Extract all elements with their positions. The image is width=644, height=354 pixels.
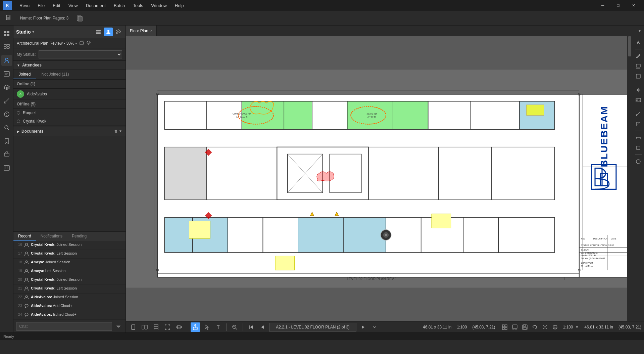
toolbar-file-icon[interactable]	[3, 13, 15, 23]
rt-measure2-button[interactable]	[634, 119, 643, 129]
act-text-19: Ameya: Left Session	[31, 269, 65, 273]
svg-rect-42	[80, 42, 83, 45]
my-status-label: My Status:	[17, 52, 36, 57]
scrollbar-thumb-vertical[interactable]	[628, 36, 631, 56]
rt-image-button[interactable]	[634, 95, 643, 105]
studio-title-text: Studio	[16, 29, 31, 35]
attendee-name-raquel: Raquel	[23, 110, 36, 115]
session-settings-icon[interactable]	[86, 40, 91, 46]
floor-plan-tab-close-button[interactable]: ×	[150, 29, 152, 33]
chat-filter-button[interactable]	[114, 322, 123, 331]
file-icon	[5, 15, 12, 21]
sidebar-grid-icon[interactable]	[1, 42, 12, 52]
rt-text-properties-button[interactable]: A	[634, 38, 643, 47]
svg-rect-10	[4, 34, 6, 36]
maximize-button[interactable]: □	[610, 0, 626, 11]
tab-expand-icon[interactable]: ▾	[635, 29, 644, 33]
studio-list-view-button[interactable]	[94, 28, 103, 36]
online-section-label: Online (1)	[13, 80, 126, 89]
right-toolbar: A	[632, 36, 644, 321]
svg-rect-11	[7, 34, 9, 36]
rt-shape-button[interactable]	[634, 72, 643, 81]
sidebar-studio-icon[interactable]	[1, 55, 12, 66]
documents-sort-icon[interactable]: ⇅	[114, 129, 117, 134]
sidebar-properties-icon[interactable]	[1, 109, 12, 120]
menu-file[interactable]: File	[34, 2, 48, 9]
menu-view[interactable]: View	[65, 2, 81, 9]
record-tab[interactable]: Record	[13, 232, 36, 241]
close-button[interactable]: ✕	[626, 0, 641, 11]
rt-pencil-button[interactable]	[634, 51, 643, 61]
zoom-out-button[interactable]	[230, 322, 239, 332]
sidebar-stamps-icon[interactable]	[1, 149, 12, 160]
svg-rect-174	[505, 327, 507, 329]
menu-window[interactable]: Window	[148, 2, 170, 9]
rt-crosshair-button[interactable]	[634, 85, 643, 95]
studio-session-view-button[interactable]	[104, 28, 113, 36]
act-icon-18	[24, 260, 29, 266]
rt-measure-button[interactable]	[634, 109, 643, 119]
language-button[interactable]	[550, 322, 560, 332]
rt-circle-button[interactable]	[634, 157, 643, 166]
doc-area: Floor Plan × ▾	[126, 26, 644, 333]
floor-plan-tab[interactable]: Floor Plan ×	[126, 26, 157, 36]
session-export-icon[interactable]	[80, 40, 84, 46]
select-tool-button[interactable]	[202, 322, 211, 332]
sidebar-measure-icon[interactable]	[1, 95, 12, 106]
grid-view-button[interactable]	[500, 322, 509, 332]
notifications-tab[interactable]: Notifications	[36, 232, 67, 241]
sidebar-bookmark-icon[interactable]	[1, 136, 12, 146]
prev-page-button[interactable]	[258, 322, 267, 332]
svg-text:1: 1	[563, 277, 565, 281]
settings-button[interactable]	[540, 322, 550, 332]
zoom-level-dropdown[interactable]: ▾	[575, 322, 580, 332]
menu-help[interactable]: Help	[171, 2, 187, 9]
documents-filter-icon[interactable]: ▼	[119, 129, 122, 134]
save-button[interactable]	[520, 322, 530, 332]
attendees-header[interactable]: ▼ Attendees	[13, 61, 126, 70]
floor-plan-vertical-scrollbar[interactable]	[627, 36, 632, 321]
first-page-button[interactable]	[246, 322, 256, 332]
svg-rect-8	[4, 31, 6, 33]
svg-rect-171	[502, 325, 504, 327]
sidebar-markup-icon[interactable]	[1, 69, 12, 79]
studio-dropdown-icon[interactable]: ▾	[32, 30, 34, 34]
sidebar-form-icon[interactable]	[1, 163, 12, 173]
revert-button[interactable]	[530, 322, 540, 332]
fit-width-button[interactable]	[174, 322, 184, 332]
rt-resize-button[interactable]	[634, 133, 643, 142]
menu-document[interactable]: Document	[83, 2, 109, 9]
rt-highlight-button[interactable]	[634, 61, 643, 71]
next-page-button[interactable]	[358, 322, 368, 332]
act-num-19: 19	[16, 269, 22, 273]
fit-page-button[interactable]	[163, 322, 172, 332]
rt-square-button[interactable]	[634, 143, 643, 152]
chat-input[interactable]	[16, 322, 112, 331]
svg-rect-67	[284, 101, 312, 130]
pending-tab[interactable]: Pending	[67, 232, 91, 241]
studio-pin-button[interactable]	[114, 28, 123, 36]
hand-tool-button[interactable]	[191, 322, 200, 332]
menu-revu[interactable]: Revu	[16, 2, 33, 9]
menu-edit[interactable]: Edit	[49, 2, 63, 9]
joined-tab[interactable]: Joined	[13, 70, 36, 79]
continuous-page-button[interactable]	[151, 322, 161, 332]
documents-header[interactable]: ▶ Documents ⇅ ▼	[13, 127, 126, 136]
svg-rect-40	[96, 33, 101, 34]
thumbnail-button[interactable]	[510, 322, 519, 332]
sidebar-layers-icon[interactable]	[1, 82, 12, 93]
minimize-button[interactable]: ─	[595, 0, 610, 11]
page-count-icon[interactable]	[74, 13, 86, 23]
sidebar-home-icon[interactable]	[1, 28, 12, 39]
text-select-button[interactable]: T	[213, 322, 223, 332]
file-info: Name: Floor Plan Pages: 3	[17, 14, 71, 22]
menu-tools[interactable]: Tools	[130, 2, 146, 9]
rt-separator-5	[635, 154, 642, 155]
my-status-select[interactable]	[39, 50, 122, 58]
sidebar-search-icon[interactable]	[1, 122, 12, 133]
single-page-button[interactable]	[129, 322, 138, 332]
two-page-button[interactable]	[140, 322, 149, 332]
expand-nav-button[interactable]	[370, 322, 379, 332]
not-joined-tab[interactable]: Not Joined (11)	[36, 70, 74, 79]
menu-batch[interactable]: Batch	[110, 2, 128, 9]
